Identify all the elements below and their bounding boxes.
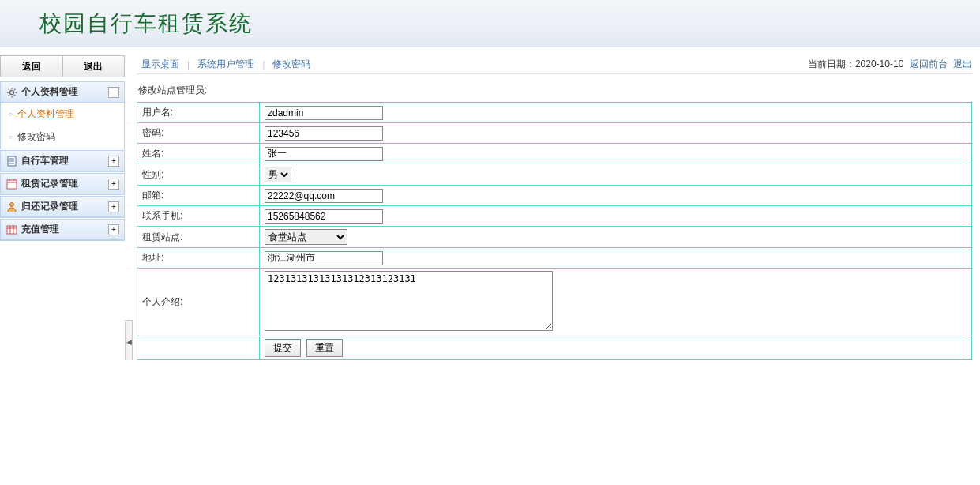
label-gender: 性别:	[137, 164, 260, 186]
name-input[interactable]	[265, 147, 383, 161]
crumb-show-desktop[interactable]: 显示桌面	[137, 58, 184, 71]
sidebar-panel-rental: 租赁记录管理 +	[0, 173, 125, 195]
sidebar-toolbar: 返回 退出	[0, 55, 125, 77]
bullet-icon: ○	[9, 133, 13, 141]
collapse-icon[interactable]: −	[108, 87, 119, 98]
expand-icon[interactable]: +	[108, 179, 119, 190]
admin-form-table: 用户名: 密码: 姓名: 性别: 男 邮箱:	[137, 102, 972, 360]
date-value: 2020-10-10	[855, 58, 903, 70]
logout-button[interactable]: 退出	[63, 55, 126, 77]
sidebar-panel-profile-header[interactable]: 个人资料管理 −	[1, 82, 124, 103]
app-title: 校园自行车租赁系统	[39, 9, 253, 39]
svg-rect-5	[7, 180, 17, 189]
sidebar-panel-profile-body: ○ 个人资料管理 ○ 修改密码	[1, 103, 124, 149]
bio-textarea[interactable]	[265, 271, 553, 331]
sidebar-panel-rental-title: 租赁记录管理	[21, 177, 108, 190]
password-input[interactable]	[265, 126, 383, 141]
label-station: 租赁站点:	[137, 227, 260, 248]
sidebar-panel-bike: 自行车管理 +	[0, 150, 125, 172]
sidebar: 返回 退出 个人资料管理 − ○ 个人资料管理 ○ 修改密码	[0, 47, 125, 360]
document-icon	[6, 155, 18, 167]
label-password: 密码:	[137, 123, 260, 144]
separator: |	[259, 59, 268, 70]
form-title: 修改站点管理员:	[137, 79, 972, 102]
label-name: 姓名:	[137, 144, 260, 164]
back-front-link[interactable]: 返回前台	[910, 58, 948, 70]
exit-link[interactable]: 退出	[953, 58, 972, 70]
expand-icon[interactable]: +	[108, 156, 119, 167]
submit-button[interactable]: 提交	[265, 339, 301, 357]
back-button[interactable]: 返回	[0, 55, 63, 77]
sidebar-panel-recharge-header[interactable]: 充值管理 +	[1, 220, 124, 240]
sidebar-item-profile[interactable]: ○ 个人资料管理	[1, 103, 124, 126]
expand-icon[interactable]: +	[108, 224, 119, 235]
date-label: 当前日期：	[808, 58, 855, 70]
sidebar-panel-bike-header[interactable]: 自行车管理 +	[1, 151, 124, 171]
address-input[interactable]	[265, 251, 383, 265]
svg-rect-10	[7, 226, 17, 234]
sidebar-panel-recharge-title: 充值管理	[21, 223, 108, 236]
separator: |	[184, 59, 193, 70]
phone-input[interactable]	[265, 209, 383, 224]
crumb-change-password[interactable]: 修改密码	[268, 58, 315, 71]
sidebar-panel-return-header[interactable]: 归还记录管理 +	[1, 197, 124, 217]
label-email: 邮箱:	[137, 186, 260, 206]
email-input[interactable]	[265, 189, 383, 203]
label-username: 用户名:	[137, 103, 260, 123]
station-select[interactable]: 食堂站点	[265, 229, 347, 245]
svg-point-0	[9, 90, 13, 94]
user-icon	[6, 201, 18, 213]
sidebar-panel-profile: 个人资料管理 − ○ 个人资料管理 ○ 修改密码	[0, 81, 125, 149]
sidebar-panel-profile-title: 个人资料管理	[21, 85, 108, 99]
table-icon	[6, 224, 18, 236]
breadcrumb-right: 当前日期：2020-10-10 返回前台 退出	[808, 58, 972, 71]
label-address: 地址:	[137, 248, 260, 269]
sidebar-item-change-password[interactable]: ○ 修改密码	[1, 126, 124, 149]
label-bio: 个人介绍:	[137, 269, 260, 336]
sidebar-item-label: 个人资料管理	[17, 107, 74, 121]
bullet-icon: ○	[9, 111, 13, 118]
reset-button[interactable]: 重置	[306, 339, 343, 357]
sidebar-panel-bike-title: 自行车管理	[21, 154, 108, 167]
svg-point-9	[10, 202, 14, 206]
calendar-icon	[6, 178, 18, 190]
crumb-system-users[interactable]: 系统用户管理	[193, 58, 259, 71]
sidebar-panel-rental-header[interactable]: 租赁记录管理 +	[1, 174, 124, 194]
gear-icon	[6, 86, 18, 99]
label-actions	[137, 336, 260, 360]
label-phone: 联系手机:	[137, 206, 260, 227]
sidebar-panel-return-title: 归还记录管理	[21, 200, 108, 213]
app-header: 校园自行车租赁系统	[0, 0, 980, 47]
sidebar-panel-recharge: 充值管理 +	[0, 219, 125, 241]
sidebar-panel-return: 归还记录管理 +	[0, 196, 125, 218]
username-input[interactable]	[265, 106, 383, 120]
breadcrumb-bar: 显示桌面 | 系统用户管理 | 修改密码 当前日期：2020-10-10 返回前…	[137, 55, 972, 74]
sidebar-item-label: 修改密码	[17, 130, 55, 144]
gender-select[interactable]: 男	[265, 167, 291, 182]
sidebar-collapse-handle[interactable]: ◀	[125, 320, 133, 360]
expand-icon[interactable]: +	[108, 201, 119, 212]
main-content: 显示桌面 | 系统用户管理 | 修改密码 当前日期：2020-10-10 返回前…	[125, 47, 980, 360]
